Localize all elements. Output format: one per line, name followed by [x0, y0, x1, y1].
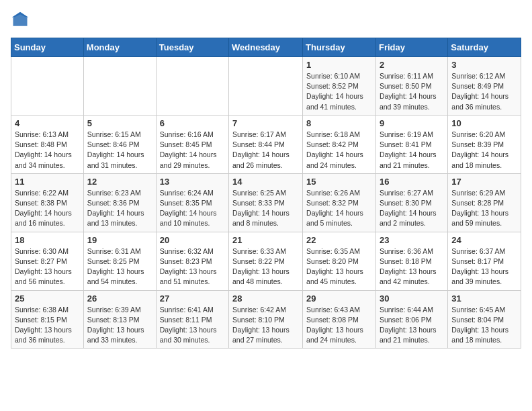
day-info: Sunrise: 6:38 AM Sunset: 8:15 PM Dayligh…: [15, 305, 80, 346]
calendar-cell: 2Sunrise: 6:11 AM Sunset: 8:50 PM Daylig…: [375, 57, 447, 116]
calendar-cell: 8Sunrise: 6:18 AM Sunset: 8:42 PM Daylig…: [303, 115, 376, 173]
calendar-cell: 15Sunrise: 6:26 AM Sunset: 8:32 PM Dayli…: [303, 173, 376, 232]
calendar-cell: 11Sunrise: 6:22 AM Sunset: 8:38 PM Dayli…: [11, 173, 84, 232]
calendar-cell: [229, 57, 303, 116]
day-number: 8: [306, 118, 372, 128]
calendar-cell: 6Sunrise: 6:16 AM Sunset: 8:45 PM Daylig…: [156, 115, 228, 173]
day-number: 12: [87, 177, 152, 187]
svg-marker-0: [13, 13, 28, 26]
day-number: 23: [380, 235, 444, 245]
calendar-cell: [83, 57, 156, 116]
calendar-cell: 12Sunrise: 6:23 AM Sunset: 8:36 PM Dayli…: [83, 173, 156, 232]
day-number: 3: [451, 60, 517, 70]
calendar-cell: 22Sunrise: 6:35 AM Sunset: 8:20 PM Dayli…: [303, 232, 376, 290]
day-number: 2: [380, 60, 444, 70]
day-number: 7: [232, 118, 299, 128]
day-info: Sunrise: 6:27 AM Sunset: 8:30 PM Dayligh…: [380, 188, 444, 229]
day-number: 16: [380, 177, 444, 187]
day-number: 27: [160, 293, 225, 304]
calendar-week-row: 1Sunrise: 6:10 AM Sunset: 8:52 PM Daylig…: [11, 57, 521, 116]
day-number: 11: [15, 177, 80, 187]
day-info: Sunrise: 6:39 AM Sunset: 8:13 PM Dayligh…: [87, 305, 152, 346]
day-info: Sunrise: 6:30 AM Sunset: 8:27 PM Dayligh…: [15, 246, 80, 287]
day-of-week-header: Saturday: [448, 38, 521, 57]
day-info: Sunrise: 6:10 AM Sunset: 8:52 PM Dayligh…: [306, 71, 372, 112]
day-info: Sunrise: 6:42 AM Sunset: 8:10 PM Dayligh…: [232, 305, 299, 346]
calendar-cell: 20Sunrise: 6:32 AM Sunset: 8:23 PM Dayli…: [156, 232, 228, 290]
calendar-body: 1Sunrise: 6:10 AM Sunset: 8:52 PM Daylig…: [11, 57, 521, 349]
calendar-cell: 16Sunrise: 6:27 AM Sunset: 8:30 PM Dayli…: [375, 173, 447, 232]
day-info: Sunrise: 6:44 AM Sunset: 8:06 PM Dayligh…: [380, 305, 444, 346]
calendar-cell: 13Sunrise: 6:24 AM Sunset: 8:35 PM Dayli…: [156, 173, 228, 232]
day-number: 20: [160, 235, 225, 245]
day-info: Sunrise: 6:25 AM Sunset: 8:33 PM Dayligh…: [232, 188, 299, 229]
day-info: Sunrise: 6:24 AM Sunset: 8:35 PM Dayligh…: [160, 188, 225, 229]
calendar-cell: 28Sunrise: 6:42 AM Sunset: 8:10 PM Dayli…: [229, 290, 303, 349]
day-info: Sunrise: 6:31 AM Sunset: 8:25 PM Dayligh…: [87, 246, 152, 287]
logo: [11, 11, 32, 30]
day-of-week-header: Sunday: [11, 38, 84, 57]
calendar-cell: 29Sunrise: 6:43 AM Sunset: 8:08 PM Dayli…: [303, 290, 376, 349]
calendar-cell: [11, 57, 84, 116]
calendar-cell: 27Sunrise: 6:41 AM Sunset: 8:11 PM Dayli…: [156, 290, 228, 349]
calendar-week-row: 11Sunrise: 6:22 AM Sunset: 8:38 PM Dayli…: [11, 173, 521, 232]
day-info: Sunrise: 6:17 AM Sunset: 8:44 PM Dayligh…: [232, 130, 299, 171]
day-info: Sunrise: 6:26 AM Sunset: 8:32 PM Dayligh…: [306, 188, 372, 229]
day-info: Sunrise: 6:22 AM Sunset: 8:38 PM Dayligh…: [15, 188, 80, 229]
calendar-cell: 24Sunrise: 6:37 AM Sunset: 8:17 PM Dayli…: [448, 232, 521, 290]
day-number: 5: [87, 118, 152, 128]
day-of-week-header: Thursday: [303, 38, 376, 57]
day-number: 18: [15, 235, 80, 245]
calendar-cell: 4Sunrise: 6:13 AM Sunset: 8:48 PM Daylig…: [11, 115, 84, 173]
day-number: 28: [232, 293, 299, 304]
day-number: 6: [160, 118, 225, 128]
day-number: 10: [451, 118, 517, 128]
day-info: Sunrise: 6:19 AM Sunset: 8:41 PM Dayligh…: [380, 130, 444, 171]
day-number: 26: [87, 293, 152, 304]
day-of-week-header: Wednesday: [229, 38, 303, 57]
day-info: Sunrise: 6:23 AM Sunset: 8:36 PM Dayligh…: [87, 188, 152, 229]
day-number: 29: [306, 293, 372, 304]
calendar-header-row: SundayMondayTuesdayWednesdayThursdayFrid…: [11, 38, 521, 57]
day-number: 19: [87, 235, 152, 245]
day-number: 4: [15, 118, 80, 128]
calendar-cell: 3Sunrise: 6:12 AM Sunset: 8:49 PM Daylig…: [448, 57, 521, 116]
day-info: Sunrise: 6:20 AM Sunset: 8:39 PM Dayligh…: [451, 130, 517, 171]
day-info: Sunrise: 6:45 AM Sunset: 8:04 PM Dayligh…: [451, 305, 517, 346]
day-info: Sunrise: 6:18 AM Sunset: 8:42 PM Dayligh…: [306, 130, 372, 171]
day-info: Sunrise: 6:16 AM Sunset: 8:45 PM Dayligh…: [160, 130, 225, 171]
calendar-cell: 18Sunrise: 6:30 AM Sunset: 8:27 PM Dayli…: [11, 232, 84, 290]
day-number: 15: [306, 177, 372, 187]
calendar-cell: 21Sunrise: 6:33 AM Sunset: 8:22 PM Dayli…: [229, 232, 303, 290]
calendar-week-row: 4Sunrise: 6:13 AM Sunset: 8:48 PM Daylig…: [11, 115, 521, 173]
day-number: 9: [380, 118, 444, 128]
calendar-cell: 19Sunrise: 6:31 AM Sunset: 8:25 PM Dayli…: [83, 232, 156, 290]
calendar-week-row: 18Sunrise: 6:30 AM Sunset: 8:27 PM Dayli…: [11, 232, 521, 290]
calendar-cell: 25Sunrise: 6:38 AM Sunset: 8:15 PM Dayli…: [11, 290, 84, 349]
day-info: Sunrise: 6:13 AM Sunset: 8:48 PM Dayligh…: [15, 130, 80, 171]
day-number: 21: [232, 235, 299, 245]
calendar-cell: 10Sunrise: 6:20 AM Sunset: 8:39 PM Dayli…: [448, 115, 521, 173]
day-number: 24: [451, 235, 517, 245]
day-info: Sunrise: 6:12 AM Sunset: 8:49 PM Dayligh…: [451, 71, 517, 112]
day-number: 14: [232, 177, 299, 187]
calendar-cell: 7Sunrise: 6:17 AM Sunset: 8:44 PM Daylig…: [229, 115, 303, 173]
day-of-week-header: Friday: [375, 38, 447, 57]
header: [11, 11, 521, 30]
logo-icon: [11, 11, 30, 30]
day-info: Sunrise: 6:36 AM Sunset: 8:18 PM Dayligh…: [380, 246, 444, 287]
day-number: 30: [380, 293, 444, 304]
calendar-cell: 9Sunrise: 6:19 AM Sunset: 8:41 PM Daylig…: [375, 115, 447, 173]
day-of-week-header: Monday: [83, 38, 156, 57]
day-number: 13: [160, 177, 225, 187]
day-info: Sunrise: 6:15 AM Sunset: 8:46 PM Dayligh…: [87, 130, 152, 171]
day-of-week-header: Tuesday: [156, 38, 228, 57]
day-number: 22: [306, 235, 372, 245]
day-info: Sunrise: 6:41 AM Sunset: 8:11 PM Dayligh…: [160, 305, 225, 346]
calendar-cell: 14Sunrise: 6:25 AM Sunset: 8:33 PM Dayli…: [229, 173, 303, 232]
calendar-cell: 30Sunrise: 6:44 AM Sunset: 8:06 PM Dayli…: [375, 290, 447, 349]
day-info: Sunrise: 6:43 AM Sunset: 8:08 PM Dayligh…: [306, 305, 372, 346]
calendar-cell: 23Sunrise: 6:36 AM Sunset: 8:18 PM Dayli…: [375, 232, 447, 290]
calendar-cell: 5Sunrise: 6:15 AM Sunset: 8:46 PM Daylig…: [83, 115, 156, 173]
calendar-cell: 17Sunrise: 6:29 AM Sunset: 8:28 PM Dayli…: [448, 173, 521, 232]
